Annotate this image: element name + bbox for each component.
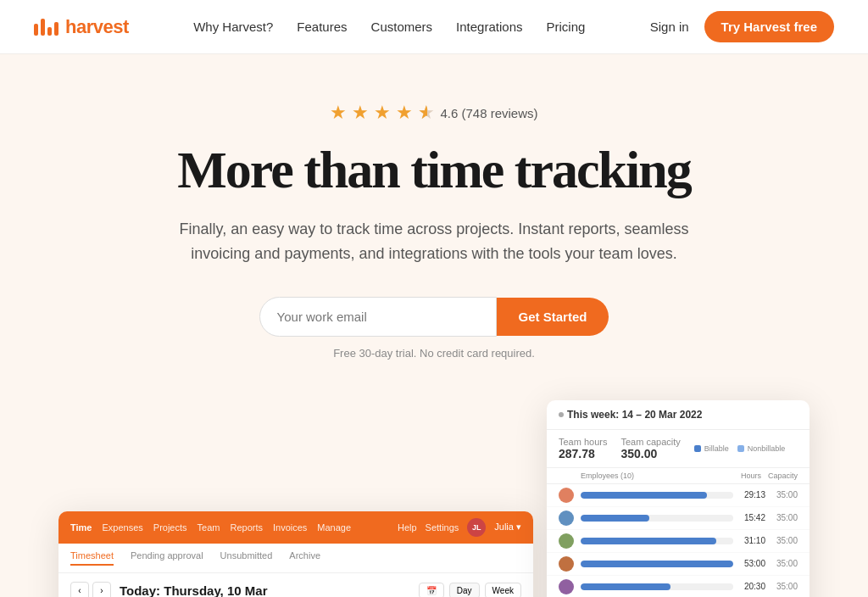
ts-nav-manage[interactable]: Manage (317, 522, 351, 533)
cap-stat-team-capacity: Team capacity 350.00 (620, 437, 680, 460)
avatar (559, 579, 574, 594)
logo-icon (34, 19, 58, 36)
rating-stars: ★ ★ ★ ★ ★★ 4.6 (748 reviews) (17, 102, 851, 124)
cap-bar-fill (581, 583, 670, 590)
list-item: 15:42 35:00 (547, 507, 810, 530)
cap-bar-track (581, 492, 733, 499)
cap-name-bar (581, 538, 733, 544)
cap-hours: 53:00 (740, 559, 765, 568)
hero-subtitle: Finally, an easy way to track time acros… (171, 217, 697, 266)
cap-header: This week: 14 – 20 Mar 2022 (547, 400, 810, 430)
ts-nav-expenses[interactable]: Expenses (102, 522, 142, 533)
cap-bar-track (581, 561, 733, 567)
avatar (559, 533, 574, 549)
cap-table-header: Employees (10) Hours Capacity (547, 468, 810, 484)
cap-bar-track (581, 538, 733, 544)
cap-capacity: 35:00 (772, 490, 798, 499)
logo[interactable]: harvest (34, 16, 129, 38)
star-4: ★ (396, 102, 413, 124)
cap-bar-track (581, 515, 733, 522)
list-item: 20:30 35:00 (547, 576, 810, 597)
nav-item-customers[interactable]: Customers (371, 20, 433, 34)
ts-tab-archive[interactable]: Archive (289, 550, 320, 566)
cap-capacity: 35:00 (772, 536, 798, 545)
ts-user-name: Julia ▾ (494, 522, 521, 533)
ts-avatar[interactable]: JL (467, 518, 486, 537)
ts-tabs: Timesheet Pending approval Unsubmitted A… (58, 544, 533, 573)
ts-date-title: Today: Thursday, 10 Mar (120, 583, 410, 597)
ts-calendar-button[interactable]: 📅 (419, 583, 444, 597)
list-item: 29:13 35:00 (547, 484, 810, 507)
ts-tab-unsubmitted[interactable]: Unsubmitted (220, 550, 273, 566)
capacity-card: This week: 14 – 20 Mar 2022 Team hours 2… (547, 400, 810, 597)
ts-tab-pending[interactable]: Pending approval (131, 550, 203, 566)
avatar (559, 511, 574, 526)
ts-nav-invoices[interactable]: Invoices (273, 522, 307, 533)
cap-hours: 31:10 (740, 536, 765, 545)
hero-title: More than time tracking (17, 141, 851, 198)
nav-item-pricing[interactable]: Pricing (546, 20, 585, 34)
email-input[interactable] (259, 297, 497, 337)
ts-nav-projects[interactable]: Projects (153, 522, 187, 533)
cap-title: This week: 14 – 20 Mar 2022 (559, 409, 798, 421)
cap-bar-fill (581, 492, 707, 499)
cap-table: 29:13 35:00 15:42 35:00 31:10 35:00 53:0… (547, 484, 810, 597)
ts-header-right: Help Settings JL Julia ▾ (398, 518, 521, 537)
star-2: ★ (352, 102, 369, 124)
avatar (559, 488, 574, 503)
rating-text: 4.6 (748 reviews) (440, 106, 537, 120)
nav-actions: Sign in Try Harvest free (650, 11, 834, 42)
ts-prev-button[interactable]: ‹ (70, 582, 89, 597)
cap-legend-nonbillable: Nonbillable (737, 444, 786, 453)
navbar: harvest Why Harvest? Features Customers … (0, 0, 868, 54)
screenshots-section: Time Expenses Projects Team Reports Invo… (0, 400, 868, 597)
nav-item-integrations[interactable]: Integrations (456, 20, 522, 34)
ts-week-button[interactable]: Week (485, 583, 521, 597)
get-started-button[interactable]: Get Started (497, 298, 609, 336)
ts-next-button[interactable]: › (92, 582, 111, 597)
nav-item-features[interactable]: Features (297, 20, 347, 34)
hero-form: Get Started (17, 297, 851, 337)
star-1: ★ (330, 102, 347, 124)
timesheet-card: Time Expenses Projects Team Reports Invo… (58, 511, 533, 597)
cap-bar-fill (581, 538, 716, 544)
hero-section: ★ ★ ★ ★ ★★ 4.6 (748 reviews) More than t… (0, 54, 868, 360)
cap-name-bar (581, 515, 733, 522)
ts-nav-team[interactable]: Team (198, 522, 220, 533)
disclaimer-text: Free 30-day trial. No credit card requir… (17, 347, 851, 360)
cap-name-bar (581, 561, 733, 567)
star-3: ★ (374, 102, 391, 124)
cap-bar-fill (581, 561, 733, 567)
nav-item-why-harvest[interactable]: Why Harvest? (193, 20, 273, 34)
timesheet-header: Time Expenses Projects Team Reports Invo… (58, 511, 533, 544)
cap-bar-fill (581, 515, 649, 522)
cap-hours: 15:42 (740, 513, 765, 522)
cap-name-bar (581, 583, 733, 590)
cap-capacity: 35:00 (772, 559, 798, 568)
ts-help[interactable]: Help (398, 522, 417, 533)
cap-name-bar (581, 492, 733, 499)
ts-settings[interactable]: Settings (426, 522, 459, 533)
ts-date-actions: 📅 Day Week (419, 583, 521, 597)
ts-day-button[interactable]: Day (449, 583, 480, 597)
logo-text: harvest (65, 16, 129, 38)
cap-stat-team-hours: Team hours 287.78 (559, 437, 607, 460)
ts-nav-reports[interactable]: Reports (230, 522, 263, 533)
cap-hours: 29:13 (740, 490, 765, 499)
cap-legend: Billable Nonbillable (694, 437, 786, 460)
cap-legend-billable: Billable (694, 444, 729, 453)
signin-link[interactable]: Sign in (650, 20, 689, 34)
cap-capacity: 35:00 (772, 582, 798, 591)
list-item: 31:10 35:00 (547, 530, 810, 553)
ts-date-nav: ‹ › (70, 582, 111, 597)
ts-nav-time[interactable]: Time (70, 522, 92, 533)
star-half: ★★ (418, 102, 435, 124)
cap-capacity: 35:00 (772, 513, 798, 522)
ts-tab-timesheet[interactable]: Timesheet (70, 550, 114, 566)
ts-date-bar: ‹ › Today: Thursday, 10 Mar 📅 Day Week (58, 573, 533, 597)
cap-stats: Team hours 287.78 Team capacity 350.00 B… (547, 430, 810, 468)
list-item: 53:00 35:00 (547, 553, 810, 576)
cap-bar-track (581, 583, 733, 590)
timesheet-nav: Time Expenses Projects Team Reports Invo… (70, 522, 351, 533)
try-harvest-button[interactable]: Try Harvest free (704, 11, 834, 42)
